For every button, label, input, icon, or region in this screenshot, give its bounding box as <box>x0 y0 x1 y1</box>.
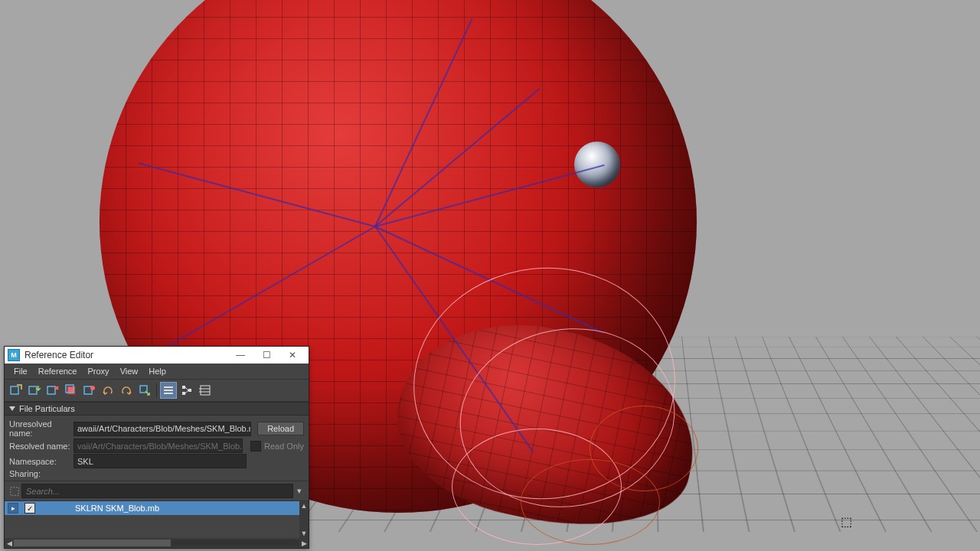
menubar: File Reference Proxy View Help <box>5 364 309 380</box>
filter-view-icon[interactable] <box>197 382 214 399</box>
svg-rect-10 <box>164 386 173 388</box>
svg-rect-12 <box>164 393 173 394</box>
menu-reference[interactable]: Reference <box>34 365 82 377</box>
svg-rect-16 <box>201 386 210 395</box>
scroll-down-icon[interactable]: ▼ <box>301 529 308 538</box>
reference-editor-window[interactable]: M Reference Editor ― ☐ ✕ File Reference … <box>4 346 309 549</box>
reference-list[interactable]: ▸ ✓ SKLRN SKM_Blob.mb ▲ ▼ <box>5 501 309 538</box>
vertical-scrollbar[interactable]: ▲ ▼ <box>299 501 309 538</box>
label-unresolved: Unresolved name: <box>9 419 74 438</box>
undo-reference-icon[interactable] <box>118 382 135 399</box>
scroll-right-icon[interactable]: ▶ <box>299 540 309 547</box>
disclosure-triangle-icon <box>9 406 15 411</box>
reference-item-label: SKLRN SKM_Blob.mb <box>75 504 159 513</box>
search-scope-icon[interactable] <box>8 484 21 498</box>
toolbar-separator <box>156 383 157 397</box>
window-title: Reference Editor <box>24 350 227 360</box>
maximize-button[interactable]: ☐ <box>253 347 279 364</box>
toolbar <box>5 380 309 402</box>
label-readonly: Read Only <box>264 442 304 451</box>
svg-rect-13 <box>182 386 185 389</box>
search-dropdown-icon[interactable]: ▾ <box>293 486 305 496</box>
svg-rect-1 <box>29 386 37 394</box>
menu-help[interactable]: Help <box>144 365 171 377</box>
reload-button[interactable]: Reload <box>257 422 304 435</box>
label-sharing: Sharing: <box>9 469 74 478</box>
horizontal-scrollbar[interactable]: ◀ ▶ <box>5 538 309 548</box>
scroll-left-icon[interactable]: ◀ <box>5 540 14 547</box>
svg-rect-11 <box>164 390 173 391</box>
minimize-button[interactable]: ― <box>227 347 253 364</box>
field-unresolved-name[interactable]: awaii/Art/Characters/Blob/Meshes/SKM_Blo… <box>74 422 251 436</box>
svg-rect-2 <box>47 386 55 394</box>
select-reference-icon[interactable] <box>136 382 153 399</box>
replace-reference-icon[interactable] <box>100 382 116 399</box>
create-reference-icon[interactable] <box>8 382 24 399</box>
field-resolved-name: vaii/Art/Characters/Blob/Meshes/SKM_Blob… <box>74 439 243 453</box>
mouse-cursor-icon: ⬚ <box>841 514 852 529</box>
unload-reference-icon[interactable] <box>81 382 98 399</box>
expand-toggle-icon[interactable]: ▸ <box>8 503 18 514</box>
app-icon: M <box>8 349 20 361</box>
label-namespace: Namespace: <box>9 457 74 466</box>
svg-rect-15 <box>188 389 191 392</box>
scroll-thumb[interactable] <box>14 540 171 546</box>
svg-point-8 <box>90 386 95 390</box>
remove-reference-icon[interactable] <box>44 382 61 399</box>
import-reference-icon[interactable] <box>26 382 43 399</box>
scroll-up-icon[interactable]: ▲ <box>301 501 308 510</box>
search-row: ▾ <box>5 481 309 501</box>
list-view-icon[interactable] <box>160 382 177 399</box>
section-title: File Particulars <box>19 404 75 413</box>
mesh-blob-eye <box>574 142 620 187</box>
scroll-track[interactable] <box>14 540 299 546</box>
menu-file[interactable]: File <box>9 365 32 377</box>
reload-reference-icon[interactable] <box>63 382 80 399</box>
menu-proxy[interactable]: Proxy <box>83 365 114 377</box>
file-particulars-panel: Unresolved name: awaii/Art/Characters/Bl… <box>5 416 309 481</box>
reference-list-item[interactable]: ▸ ✓ SKLRN SKM_Blob.mb <box>5 501 309 515</box>
outliner-view-icon[interactable] <box>178 382 195 399</box>
svg-rect-0 <box>11 386 18 394</box>
search-input[interactable] <box>21 484 293 498</box>
reference-loaded-checkbox[interactable]: ✓ <box>24 503 35 514</box>
menu-view[interactable]: View <box>116 365 143 377</box>
readonly-checkbox[interactable] <box>250 441 261 452</box>
close-button[interactable]: ✕ <box>279 347 305 364</box>
field-namespace[interactable]: SKL <box>74 454 247 468</box>
section-file-particulars[interactable]: File Particulars <box>5 402 309 416</box>
svg-rect-14 <box>182 392 185 395</box>
svg-rect-19 <box>11 487 19 495</box>
label-resolved: Resolved name: <box>9 442 74 451</box>
titlebar[interactable]: M Reference Editor ― ☐ ✕ <box>5 347 309 364</box>
